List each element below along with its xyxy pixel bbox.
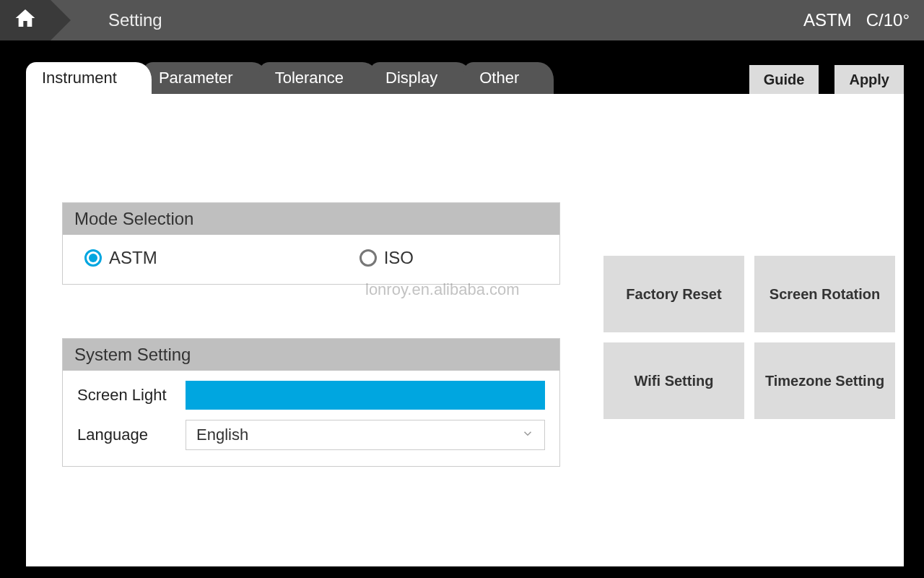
tab-instrument[interactable]: Instrument	[26, 62, 136, 94]
tab-label: Display	[385, 69, 437, 87]
tab-parameter[interactable]: Parameter	[143, 62, 252, 94]
apply-button[interactable]: Apply	[834, 65, 904, 94]
tab-label: Tolerance	[275, 69, 344, 87]
mode-selection-title: Mode Selection	[63, 203, 559, 235]
home-button[interactable]	[0, 0, 51, 40]
radio-label: ASTM	[109, 248, 157, 268]
chevron-down-icon	[521, 426, 534, 444]
language-value: English	[196, 426, 248, 444]
mode-selection-card: Mode Selection ASTM ISO	[62, 202, 560, 285]
home-icon	[14, 7, 37, 34]
language-label: Language	[77, 426, 186, 444]
radio-icon	[84, 249, 102, 267]
page-title: Setting	[108, 10, 162, 30]
radio-label: ISO	[384, 248, 414, 268]
tab-bar: Instrument Parameter Tolerance Display O…	[26, 62, 749, 94]
tab-tolerance[interactable]: Tolerance	[259, 62, 362, 94]
mode-option-astm[interactable]: ASTM	[84, 248, 157, 268]
screen-light-label: Screen Light	[77, 386, 186, 405]
radio-icon	[359, 249, 377, 267]
timezone-setting-button[interactable]: Timezone Setting	[754, 342, 895, 419]
tab-display[interactable]: Display	[370, 62, 456, 94]
screen-light-slider[interactable]	[186, 381, 545, 410]
screen-rotation-button[interactable]: Screen Rotation	[754, 256, 895, 332]
angle-badge: C/10°	[866, 10, 910, 30]
side-button-grid: Factory Reset Screen Rotation Wifi Setti…	[603, 256, 895, 419]
tab-label: Parameter	[159, 69, 233, 87]
content-panel: Mode Selection ASTM ISO System Setting S…	[26, 94, 904, 566]
header-bar: Setting ASTM C/10°	[0, 0, 924, 40]
language-select[interactable]: English	[186, 420, 545, 450]
tab-label: Instrument	[42, 69, 117, 87]
guide-button[interactable]: Guide	[749, 65, 819, 94]
wifi-setting-button[interactable]: Wifi Setting	[603, 342, 744, 419]
factory-reset-button[interactable]: Factory Reset	[603, 256, 744, 332]
tab-label: Other	[479, 69, 519, 87]
mode-badge: ASTM	[803, 10, 852, 30]
mode-option-iso[interactable]: ISO	[359, 248, 414, 268]
system-setting-title: System Setting	[63, 339, 559, 371]
system-setting-card: System Setting Screen Light Language Eng…	[62, 338, 560, 467]
tab-other[interactable]: Other	[463, 62, 538, 94]
